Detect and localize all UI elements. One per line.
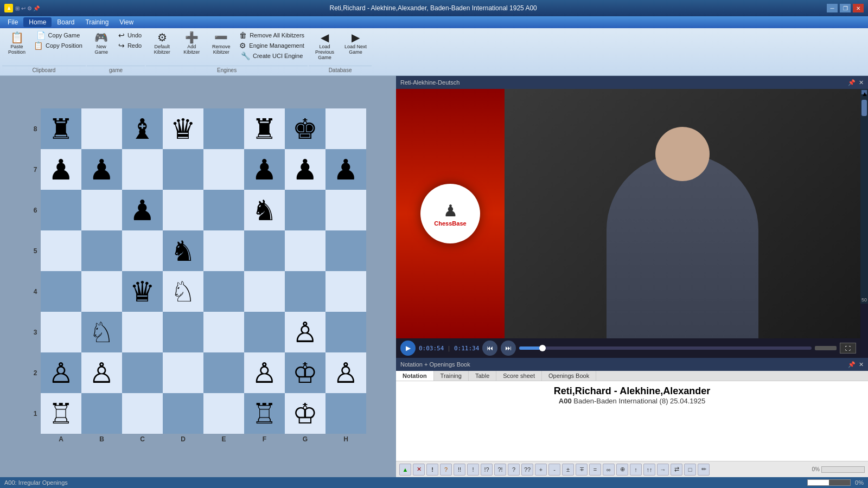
menu-training[interactable]: Training — [80, 17, 114, 27]
copy-game-button[interactable]: 📄 Copy Game — [31, 30, 85, 40]
cell-h4[interactable] — [326, 271, 366, 312]
cell-f7[interactable]: ♟ — [244, 149, 285, 190]
cell-f1[interactable]: ♖ — [244, 393, 285, 434]
cell-h2[interactable]: ♙ — [326, 352, 366, 393]
ann-brilliant[interactable]: ! — [426, 464, 438, 476]
cell-e8[interactable] — [203, 108, 244, 149]
cell-b7[interactable]: ♟ — [81, 149, 122, 190]
cell-d3[interactable] — [163, 312, 203, 352]
cell-e7[interactable] — [203, 149, 244, 190]
cell-c6[interactable]: ♟ — [122, 190, 163, 230]
ann-dubious[interactable]: ?! — [494, 464, 506, 476]
cell-g5[interactable] — [285, 230, 326, 271]
cell-d6[interactable] — [163, 190, 203, 230]
ann-exclaim[interactable]: ! — [467, 464, 479, 476]
cell-c8[interactable]: ♝ — [122, 108, 163, 149]
cell-a6[interactable] — [41, 190, 81, 230]
tab-notation[interactable]: Notation — [396, 371, 434, 381]
cell-c5[interactable] — [122, 230, 163, 271]
cell-b4[interactable] — [81, 271, 122, 312]
cell-g3[interactable]: ♙ — [285, 312, 326, 352]
cell-g1[interactable]: ♔ — [285, 393, 326, 434]
cell-c2[interactable] — [122, 352, 163, 393]
scroll-thumb[interactable] — [861, 100, 867, 116]
notation-close-icon[interactable]: ✕ — [859, 361, 864, 368]
ann-with-idea[interactable]: → — [657, 464, 669, 476]
maximize-button[interactable]: ❐ — [840, 4, 851, 12]
video-close-icon[interactable]: ✕ — [859, 79, 864, 86]
cell-c3[interactable] — [122, 312, 163, 352]
progress-bar[interactable] — [519, 346, 812, 350]
cell-h3[interactable] — [326, 312, 366, 352]
cell-c1[interactable] — [122, 393, 163, 434]
engine-management-button[interactable]: ⚙ Engine Management — [237, 41, 307, 50]
cell-g2[interactable]: ♔ — [285, 352, 326, 393]
cell-b1[interactable] — [81, 393, 122, 434]
cell-h6[interactable] — [326, 190, 366, 230]
ann-zugzwang[interactable]: □ — [684, 464, 696, 476]
cell-e5[interactable] — [203, 230, 244, 271]
cell-e6[interactable] — [203, 190, 244, 230]
cell-a1[interactable]: ♖ — [41, 393, 81, 434]
volume-bar[interactable] — [815, 346, 837, 350]
create-uci-engine-button[interactable]: 🔧 Create UCI Engine — [237, 51, 307, 61]
cell-a3[interactable] — [41, 312, 81, 352]
ann-infinity[interactable]: ∞ — [603, 464, 615, 476]
window-controls[interactable]: ─ ❐ ✕ — [827, 4, 864, 12]
copy-position-button[interactable]: 📋 Copy Position — [31, 41, 85, 50]
cell-d1[interactable] — [163, 393, 203, 434]
cell-d8[interactable]: ♛ — [163, 108, 203, 149]
remove-kibitzer-button[interactable]: ➖ Remove Kibitzer — [206, 30, 236, 56]
cell-f6[interactable]: ♞ — [244, 190, 285, 230]
cell-b6[interactable] — [81, 190, 122, 230]
ann-counterplay[interactable]: ⇄ — [671, 464, 682, 476]
video-pin-icon[interactable]: 📌 — [848, 79, 856, 86]
ann-minus[interactable]: - — [548, 464, 560, 476]
tab-openings-book[interactable]: Openings Book — [542, 371, 596, 381]
cell-e2[interactable] — [203, 352, 244, 393]
default-kibitzer-button[interactable]: ⚙ Default Kibitzer — [147, 30, 177, 56]
cell-h5[interactable] — [326, 230, 366, 271]
cell-e4[interactable] — [203, 271, 244, 312]
cell-b2[interactable]: ♙ — [81, 352, 122, 393]
ann-equal[interactable]: = — [589, 464, 601, 476]
progress-thumb[interactable] — [539, 345, 546, 351]
rewind-button[interactable]: ⏮ — [482, 341, 497, 356]
cell-d7[interactable] — [163, 149, 203, 190]
ann-compensation[interactable]: ⊕ — [616, 464, 628, 476]
cell-a7[interactable]: ♟ — [41, 149, 81, 190]
cell-g4[interactable] — [285, 271, 326, 312]
ann-interesing[interactable]: !? — [481, 464, 493, 476]
ann-question[interactable]: ? — [508, 464, 520, 476]
ann-bad-move[interactable]: ✕ — [413, 464, 425, 476]
cell-a4[interactable] — [41, 271, 81, 312]
redo-button[interactable]: ↪ Redo — [116, 41, 144, 50]
menu-home[interactable]: Home — [23, 17, 52, 27]
video-scrollbar[interactable]: ▲ 50 — [860, 89, 868, 304]
ann-double-exclaim[interactable]: !! — [454, 464, 465, 476]
cell-f2[interactable]: ♙ — [244, 352, 285, 393]
minimize-button[interactable]: ─ — [827, 4, 838, 12]
cell-g7[interactable]: ♟ — [285, 149, 326, 190]
ann-plusminus[interactable]: ± — [562, 464, 574, 476]
cell-f4[interactable] — [244, 271, 285, 312]
cell-d5[interactable]: ♞ — [163, 230, 203, 271]
cell-d4[interactable]: ♘ — [163, 271, 203, 312]
cell-g8[interactable]: ♚ — [285, 108, 326, 149]
ann-minusplus[interactable]: ∓ — [576, 464, 588, 476]
load-previous-button[interactable]: ◀ Load Previous Game — [310, 30, 340, 62]
cell-f5[interactable] — [244, 230, 285, 271]
remove-all-kibitzers-button[interactable]: 🗑 Remove All Kibitzers — [237, 30, 307, 40]
paste-position-button[interactable]: 📋 Paste Position — [3, 30, 30, 56]
tab-scoresheet[interactable]: Score sheet — [496, 371, 542, 381]
cell-g6[interactable] — [285, 190, 326, 230]
ann-mistake[interactable]: ? — [440, 464, 452, 476]
notation-pin-icon[interactable]: 📌 — [848, 361, 856, 368]
cell-c7[interactable] — [122, 149, 163, 190]
cell-h7[interactable]: ♟ — [326, 149, 366, 190]
cell-a5[interactable] — [41, 230, 81, 271]
fast-forward-button[interactable]: ⏭ — [501, 341, 516, 356]
load-next-button[interactable]: ▶ Load Next Game — [341, 30, 371, 56]
close-button[interactable]: ✕ — [853, 4, 864, 12]
menu-board[interactable]: Board — [52, 17, 80, 27]
